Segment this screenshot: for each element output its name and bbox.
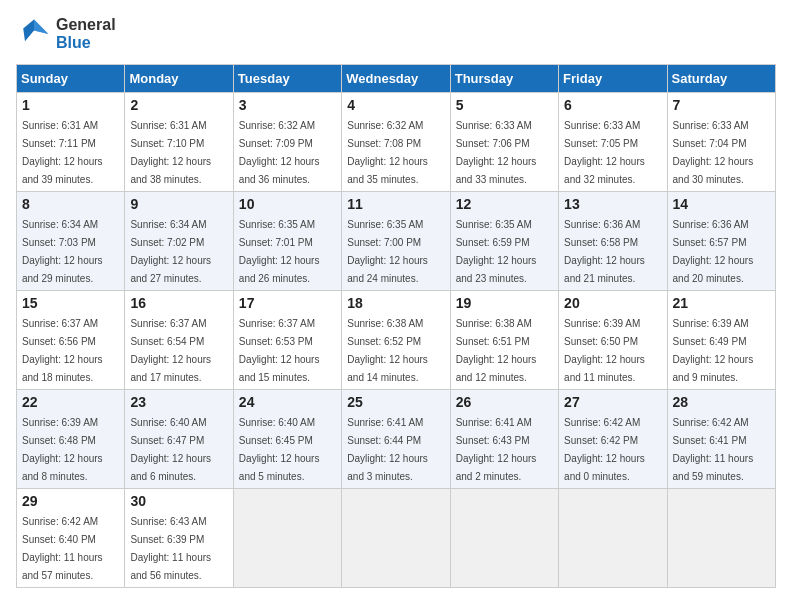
day-number: 23 bbox=[130, 394, 227, 410]
calendar-day: 6 Sunrise: 6:33 AMSunset: 7:05 PMDayligh… bbox=[559, 93, 667, 192]
day-number: 28 bbox=[673, 394, 770, 410]
calendar-day bbox=[450, 489, 558, 588]
day-number: 16 bbox=[130, 295, 227, 311]
day-number: 10 bbox=[239, 196, 336, 212]
weekday-header: Saturday bbox=[667, 65, 775, 93]
day-info: Sunrise: 6:33 AMSunset: 7:04 PMDaylight:… bbox=[673, 120, 754, 185]
day-info: Sunrise: 6:41 AMSunset: 6:43 PMDaylight:… bbox=[456, 417, 537, 482]
calendar-day: 5 Sunrise: 6:33 AMSunset: 7:06 PMDayligh… bbox=[450, 93, 558, 192]
day-number: 18 bbox=[347, 295, 444, 311]
calendar-day: 9 Sunrise: 6:34 AMSunset: 7:02 PMDayligh… bbox=[125, 192, 233, 291]
calendar-day: 29 Sunrise: 6:42 AMSunset: 6:40 PMDaylig… bbox=[17, 489, 125, 588]
day-info: Sunrise: 6:37 AMSunset: 6:54 PMDaylight:… bbox=[130, 318, 211, 383]
calendar-day: 8 Sunrise: 6:34 AMSunset: 7:03 PMDayligh… bbox=[17, 192, 125, 291]
calendar-day: 19 Sunrise: 6:38 AMSunset: 6:51 PMDaylig… bbox=[450, 291, 558, 390]
day-number: 5 bbox=[456, 97, 553, 113]
day-number: 4 bbox=[347, 97, 444, 113]
calendar-day: 15 Sunrise: 6:37 AMSunset: 6:56 PMDaylig… bbox=[17, 291, 125, 390]
day-number: 12 bbox=[456, 196, 553, 212]
calendar-day: 2 Sunrise: 6:31 AMSunset: 7:10 PMDayligh… bbox=[125, 93, 233, 192]
logo-icon bbox=[16, 16, 52, 52]
day-info: Sunrise: 6:40 AMSunset: 6:47 PMDaylight:… bbox=[130, 417, 211, 482]
day-info: Sunrise: 6:42 AMSunset: 6:40 PMDaylight:… bbox=[22, 516, 103, 581]
weekday-header: Wednesday bbox=[342, 65, 450, 93]
calendar-day: 28 Sunrise: 6:42 AMSunset: 6:41 PMDaylig… bbox=[667, 390, 775, 489]
page-header: General Blue bbox=[16, 16, 776, 52]
calendar-day bbox=[667, 489, 775, 588]
calendar-day: 27 Sunrise: 6:42 AMSunset: 6:42 PMDaylig… bbox=[559, 390, 667, 489]
day-number: 20 bbox=[564, 295, 661, 311]
day-info: Sunrise: 6:31 AMSunset: 7:11 PMDaylight:… bbox=[22, 120, 103, 185]
day-number: 17 bbox=[239, 295, 336, 311]
calendar-day bbox=[559, 489, 667, 588]
day-info: Sunrise: 6:42 AMSunset: 6:41 PMDaylight:… bbox=[673, 417, 754, 482]
calendar-day: 13 Sunrise: 6:36 AMSunset: 6:58 PMDaylig… bbox=[559, 192, 667, 291]
weekday-header: Friday bbox=[559, 65, 667, 93]
day-number: 15 bbox=[22, 295, 119, 311]
day-number: 22 bbox=[22, 394, 119, 410]
logo-text: General Blue bbox=[56, 16, 116, 52]
calendar-day: 25 Sunrise: 6:41 AMSunset: 6:44 PMDaylig… bbox=[342, 390, 450, 489]
calendar-day: 17 Sunrise: 6:37 AMSunset: 6:53 PMDaylig… bbox=[233, 291, 341, 390]
calendar-day: 30 Sunrise: 6:43 AMSunset: 6:39 PMDaylig… bbox=[125, 489, 233, 588]
day-info: Sunrise: 6:34 AMSunset: 7:02 PMDaylight:… bbox=[130, 219, 211, 284]
day-number: 13 bbox=[564, 196, 661, 212]
day-info: Sunrise: 6:35 AMSunset: 6:59 PMDaylight:… bbox=[456, 219, 537, 284]
weekday-header: Tuesday bbox=[233, 65, 341, 93]
calendar-day: 4 Sunrise: 6:32 AMSunset: 7:08 PMDayligh… bbox=[342, 93, 450, 192]
day-number: 7 bbox=[673, 97, 770, 113]
day-number: 19 bbox=[456, 295, 553, 311]
day-info: Sunrise: 6:39 AMSunset: 6:50 PMDaylight:… bbox=[564, 318, 645, 383]
day-info: Sunrise: 6:36 AMSunset: 6:57 PMDaylight:… bbox=[673, 219, 754, 284]
day-info: Sunrise: 6:33 AMSunset: 7:06 PMDaylight:… bbox=[456, 120, 537, 185]
day-number: 1 bbox=[22, 97, 119, 113]
day-number: 29 bbox=[22, 493, 119, 509]
day-info: Sunrise: 6:37 AMSunset: 6:56 PMDaylight:… bbox=[22, 318, 103, 383]
day-number: 3 bbox=[239, 97, 336, 113]
calendar-day: 1 Sunrise: 6:31 AMSunset: 7:11 PMDayligh… bbox=[17, 93, 125, 192]
day-info: Sunrise: 6:39 AMSunset: 6:49 PMDaylight:… bbox=[673, 318, 754, 383]
day-number: 27 bbox=[564, 394, 661, 410]
day-info: Sunrise: 6:42 AMSunset: 6:42 PMDaylight:… bbox=[564, 417, 645, 482]
logo: General Blue bbox=[16, 16, 116, 52]
calendar-day: 14 Sunrise: 6:36 AMSunset: 6:57 PMDaylig… bbox=[667, 192, 775, 291]
day-info: Sunrise: 6:38 AMSunset: 6:51 PMDaylight:… bbox=[456, 318, 537, 383]
day-number: 8 bbox=[22, 196, 119, 212]
calendar-day: 7 Sunrise: 6:33 AMSunset: 7:04 PMDayligh… bbox=[667, 93, 775, 192]
calendar-day: 12 Sunrise: 6:35 AMSunset: 6:59 PMDaylig… bbox=[450, 192, 558, 291]
day-info: Sunrise: 6:32 AMSunset: 7:08 PMDaylight:… bbox=[347, 120, 428, 185]
day-number: 25 bbox=[347, 394, 444, 410]
day-number: 21 bbox=[673, 295, 770, 311]
calendar-day: 11 Sunrise: 6:35 AMSunset: 7:00 PMDaylig… bbox=[342, 192, 450, 291]
day-number: 11 bbox=[347, 196, 444, 212]
day-number: 6 bbox=[564, 97, 661, 113]
calendar-day: 21 Sunrise: 6:39 AMSunset: 6:49 PMDaylig… bbox=[667, 291, 775, 390]
calendar-day: 26 Sunrise: 6:41 AMSunset: 6:43 PMDaylig… bbox=[450, 390, 558, 489]
day-info: Sunrise: 6:32 AMSunset: 7:09 PMDaylight:… bbox=[239, 120, 320, 185]
calendar-day: 23 Sunrise: 6:40 AMSunset: 6:47 PMDaylig… bbox=[125, 390, 233, 489]
calendar-day: 24 Sunrise: 6:40 AMSunset: 6:45 PMDaylig… bbox=[233, 390, 341, 489]
calendar-day: 22 Sunrise: 6:39 AMSunset: 6:48 PMDaylig… bbox=[17, 390, 125, 489]
day-info: Sunrise: 6:38 AMSunset: 6:52 PMDaylight:… bbox=[347, 318, 428, 383]
svg-marker-1 bbox=[34, 20, 48, 34]
day-info: Sunrise: 6:40 AMSunset: 6:45 PMDaylight:… bbox=[239, 417, 320, 482]
day-info: Sunrise: 6:35 AMSunset: 7:01 PMDaylight:… bbox=[239, 219, 320, 284]
weekday-header: Thursday bbox=[450, 65, 558, 93]
day-info: Sunrise: 6:43 AMSunset: 6:39 PMDaylight:… bbox=[130, 516, 211, 581]
day-info: Sunrise: 6:37 AMSunset: 6:53 PMDaylight:… bbox=[239, 318, 320, 383]
calendar-day: 3 Sunrise: 6:32 AMSunset: 7:09 PMDayligh… bbox=[233, 93, 341, 192]
day-number: 2 bbox=[130, 97, 227, 113]
day-number: 24 bbox=[239, 394, 336, 410]
calendar-day: 18 Sunrise: 6:38 AMSunset: 6:52 PMDaylig… bbox=[342, 291, 450, 390]
calendar-day: 20 Sunrise: 6:39 AMSunset: 6:50 PMDaylig… bbox=[559, 291, 667, 390]
day-info: Sunrise: 6:36 AMSunset: 6:58 PMDaylight:… bbox=[564, 219, 645, 284]
day-info: Sunrise: 6:31 AMSunset: 7:10 PMDaylight:… bbox=[130, 120, 211, 185]
calendar-table: SundayMondayTuesdayWednesdayThursdayFrid… bbox=[16, 64, 776, 588]
day-number: 14 bbox=[673, 196, 770, 212]
calendar-day bbox=[233, 489, 341, 588]
calendar-day bbox=[342, 489, 450, 588]
day-number: 9 bbox=[130, 196, 227, 212]
calendar-day: 16 Sunrise: 6:37 AMSunset: 6:54 PMDaylig… bbox=[125, 291, 233, 390]
day-number: 26 bbox=[456, 394, 553, 410]
weekday-header: Monday bbox=[125, 65, 233, 93]
